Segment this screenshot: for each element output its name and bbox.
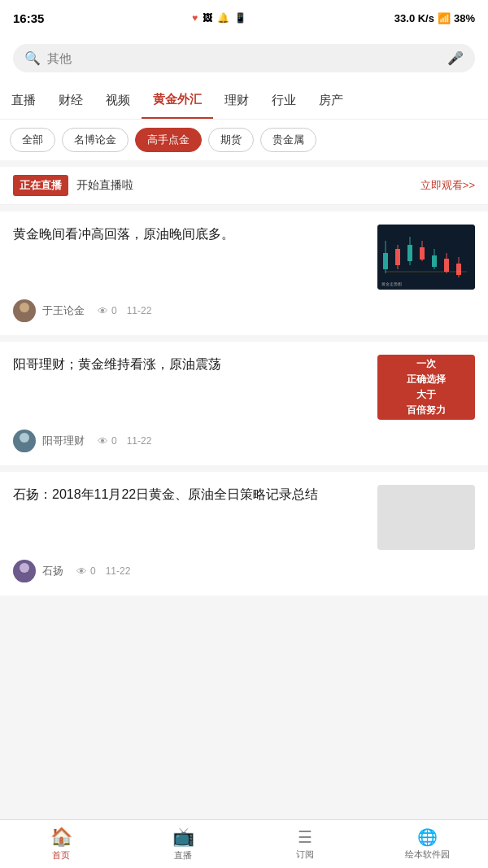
meta-views-3: 👁 0: [76, 565, 96, 578]
network-speed: 33.0 K/s: [394, 12, 434, 24]
phone-icon: 📱: [234, 12, 246, 24]
svg-point-18: [17, 314, 32, 322]
tab-finance[interactable]: 财经: [47, 83, 94, 118]
status-icons: ♥ 🖼 🔔 📱: [192, 12, 246, 24]
author-name-2: 阳哥理财: [42, 434, 85, 448]
tab-video[interactable]: 视频: [94, 83, 142, 118]
svg-point-19: [20, 433, 29, 443]
signal-icon: 📶: [438, 12, 451, 24]
thumb-text-2: 一次正确选择大于百倍努力: [407, 356, 446, 419]
article-thumb-1: 黄金走势图: [377, 225, 475, 290]
eye-icon-3: 👁: [76, 565, 87, 578]
battery: 38%: [454, 12, 475, 24]
mic-icon[interactable]: 🎤: [447, 50, 464, 66]
live-link[interactable]: 立即观看>>: [420, 178, 475, 193]
nav-live-label: 直播: [174, 849, 192, 861]
svg-rect-0: [377, 225, 475, 290]
status-bar: 16:35 ♥ 🖼 🔔 📱 33.0 K/s 📶 38%: [0, 0, 488, 36]
live-text: 开始直播啦: [76, 178, 420, 193]
author-name-3: 石扬: [42, 564, 63, 578]
search-bar: 🔍 🎤: [0, 36, 488, 82]
eye-icon-2: 👁: [98, 435, 108, 447]
pill-famous[interactable]: 名博论金: [62, 128, 129, 152]
status-right: 33.0 K/s 📶 38%: [394, 12, 475, 24]
tab-navigation: 直播 财经 视频 黄金外汇 理财 行业 房产: [0, 82, 488, 120]
live-banner: 正在直播 开始直播啦 立即观看>>: [0, 167, 488, 205]
svg-rect-12: [444, 259, 449, 272]
article-card-2[interactable]: 阳哥理财；黄金维持看涨，原油震荡 一次正确选择大于百倍努力 阳哥理财 👁 0 1…: [0, 342, 488, 465]
meta-date-3: 11-22: [106, 565, 131, 577]
meta-date-1: 11-22: [127, 305, 152, 316]
live-badge: 正在直播: [13, 175, 68, 196]
pill-all[interactable]: 全部: [10, 128, 55, 152]
article-card-1[interactable]: 黄金晚间看冲高回落，原油晚间底多。 黄金走势: [0, 212, 488, 335]
article-thumb-2: 一次正确选择大于百倍努力: [377, 355, 475, 420]
nav-home-label: 首页: [52, 849, 70, 861]
tab-industry[interactable]: 行业: [260, 83, 307, 118]
tab-realestate[interactable]: 房产: [307, 83, 355, 118]
article-thumb-3: [377, 485, 475, 550]
article-text-1: 黄金晚间看冲高回落，原油晚间底多。: [13, 225, 368, 252]
article-text-2: 阳哥理财；黄金维持看涨，原油震荡: [13, 355, 368, 382]
svg-point-22: [17, 574, 32, 582]
svg-rect-6: [407, 245, 412, 261]
meta-views-2: 👁 0: [98, 435, 117, 447]
article-content-2: 阳哥理财；黄金维持看涨，原油震荡 一次正确选择大于百倍努力: [13, 355, 475, 420]
home-icon: 🏠: [50, 827, 72, 848]
tab-goldforex[interactable]: 黄金外汇: [142, 82, 213, 119]
pill-precious[interactable]: 贵金属: [260, 128, 316, 152]
live-icon: 📺: [172, 827, 194, 848]
tab-wealth[interactable]: 理财: [213, 83, 260, 118]
svg-rect-2: [383, 253, 388, 269]
avatar-shiyang: [13, 560, 36, 582]
nav-live[interactable]: 📺 直播: [122, 820, 244, 868]
svg-point-17: [20, 303, 29, 312]
app-icon: 🌐: [417, 827, 438, 847]
avatar-yangge: [13, 430, 36, 452]
avatar-yuwang: [13, 299, 36, 322]
article-card-3[interactable]: 石扬：2018年11月22日黄金、原油全日策略记录总结 石扬 👁 0 11-22: [0, 472, 488, 595]
search-input[interactable]: [47, 51, 441, 65]
svg-rect-4: [395, 249, 400, 265]
author-name-1: 于王论金: [42, 303, 85, 318]
meta-views-1: 👁 0: [98, 305, 117, 317]
article-content-3: 石扬：2018年11月22日黄金、原油全日策略记录总结: [13, 485, 475, 550]
heart-icon: ♥: [192, 12, 198, 24]
bell-icon: 🔔: [217, 12, 229, 24]
svg-point-20: [17, 444, 32, 452]
bottom-navigation: 🏠 首页 📺 直播 ☰ 订阅 🌐 绘本软件园: [0, 819, 488, 868]
svg-rect-10: [432, 255, 437, 267]
search-icon: 🔍: [24, 50, 41, 66]
article-title-3: 石扬：2018年11月22日黄金、原油全日策略记录总结: [13, 485, 368, 504]
subscribe-icon: ☰: [298, 827, 312, 847]
svg-point-21: [20, 563, 29, 573]
svg-text:黄金走势图: 黄金走势图: [381, 281, 402, 286]
pill-futures[interactable]: 期货: [208, 128, 254, 152]
article-meta-3: 石扬 👁 0 11-22: [13, 560, 475, 582]
svg-rect-14: [456, 264, 461, 275]
nav-home[interactable]: 🏠 首页: [0, 820, 122, 868]
article-title-1: 黄金晚间看冲高回落，原油晚间底多。: [13, 225, 368, 244]
eye-icon-1: 👁: [98, 305, 108, 317]
status-time: 16:35: [13, 11, 44, 25]
nav-app-label: 绘本软件园: [405, 848, 450, 861]
article-title-2: 阳哥理财；黄金维持看涨，原油震荡: [13, 355, 368, 374]
nav-subscribe-label: 订阅: [296, 848, 314, 861]
pill-expert[interactable]: 高手点金: [135, 128, 202, 152]
article-meta-2: 阳哥理财 👁 0 11-22: [13, 430, 475, 452]
meta-date-2: 11-22: [127, 435, 152, 447]
nav-subscribe[interactable]: ☰ 订阅: [244, 820, 366, 868]
pill-navigation: 全部 名博论金 高手点金 期货 贵金属: [0, 120, 488, 160]
image-icon: 🖼: [203, 12, 212, 24]
search-wrap[interactable]: 🔍 🎤: [13, 44, 475, 72]
article-text-3: 石扬：2018年11月22日黄金、原油全日策略记录总结: [13, 485, 368, 513]
svg-rect-8: [420, 247, 425, 260]
article-meta-1: 于王论金 👁 0 11-22: [13, 299, 475, 322]
nav-app[interactable]: 🌐 绘本软件园: [366, 820, 488, 868]
article-content-1: 黄金晚间看冲高回落，原油晚间底多。 黄金走势: [13, 225, 475, 290]
tab-live[interactable]: 直播: [0, 83, 47, 118]
